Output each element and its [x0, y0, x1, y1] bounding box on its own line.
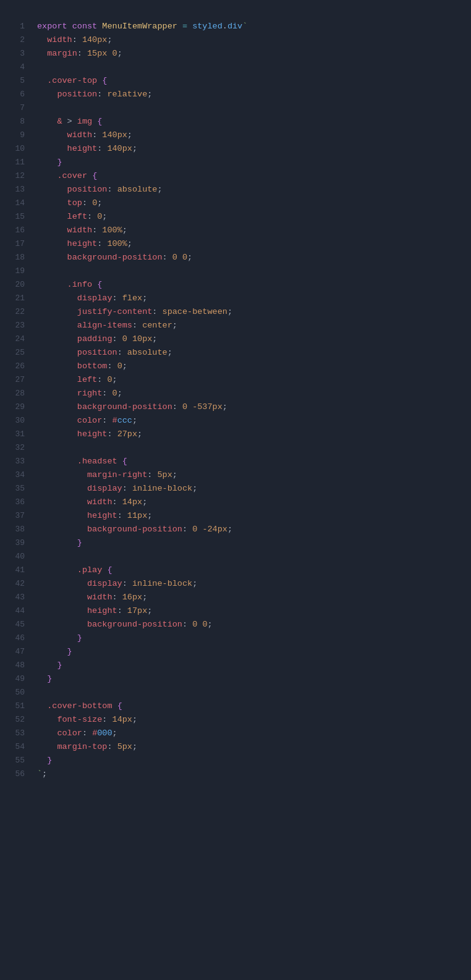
line-content: & > img {: [37, 115, 465, 129]
line-number: 6: [6, 88, 25, 101]
line-content: width: 16px;: [37, 591, 465, 604]
line-number: 39: [6, 536, 25, 550]
code-line: 20 .info {: [0, 278, 471, 292]
line-content: left: 0;: [37, 373, 465, 387]
line-number: 18: [6, 251, 25, 264]
code-line: 21 display: flex;: [0, 292, 471, 305]
line-content: height: 17px;: [37, 604, 465, 618]
code-line: 54 margin-top: 5px;: [0, 740, 471, 754]
line-number: 10: [6, 142, 25, 156]
line-content: [37, 264, 465, 278]
line-content: .play {: [37, 564, 465, 577]
line-number: 2: [6, 33, 25, 47]
line-content: .headset {: [37, 455, 465, 468]
line-content: width: 140px;: [37, 129, 465, 142]
line-content: [37, 550, 465, 564]
code-line: 35 display: inline-block;: [0, 482, 471, 496]
code-line: 12 .cover {: [0, 169, 471, 183]
code-line: 46 }: [0, 632, 471, 645]
line-content: font-size: 14px;: [37, 713, 465, 727]
code-line: 51 .cover-bottom {: [0, 699, 471, 713]
line-number: 37: [6, 509, 25, 523]
line-content: bottom: 0;: [37, 360, 465, 373]
line-content: background-position: 0 -537px;: [37, 400, 465, 414]
line-content: display: inline-block;: [37, 577, 465, 591]
line-number: 25: [6, 346, 25, 360]
line-content: position: absolute;: [37, 346, 465, 360]
line-number: 34: [6, 468, 25, 482]
line-content: .cover-top {: [37, 74, 465, 88]
code-line: 11 }: [0, 156, 471, 169]
code-line: 9 width: 140px;: [0, 129, 471, 142]
line-content: width: 140px;: [37, 33, 465, 47]
code-line: 15 left: 0;: [0, 210, 471, 224]
code-line: 56`;: [0, 767, 471, 781]
line-number: 1: [6, 20, 25, 33]
line-content: }: [37, 672, 465, 686]
line-number: 45: [6, 618, 25, 632]
line-content: .cover {: [37, 169, 465, 183]
code-line: 2 width: 140px;: [0, 33, 471, 47]
line-number: 7: [6, 101, 25, 115]
code-line: 4: [0, 61, 471, 74]
line-content: [37, 101, 465, 115]
line-number: 41: [6, 564, 25, 577]
code-line: 44 height: 17px;: [0, 604, 471, 618]
line-content: top: 0;: [37, 196, 465, 210]
code-line: 19: [0, 264, 471, 278]
code-line: 18 background-position: 0 0;: [0, 251, 471, 264]
code-line: 23 align-items: center;: [0, 319, 471, 332]
code-line: 55 }: [0, 754, 471, 767]
code-line: 52 font-size: 14px;: [0, 713, 471, 727]
line-number: 22: [6, 305, 25, 319]
line-content: }: [37, 536, 465, 550]
line-content: width: 14px;: [37, 496, 465, 509]
code-line: 10 height: 140px;: [0, 142, 471, 156]
line-content: display: inline-block;: [37, 482, 465, 496]
line-content: [37, 686, 465, 699]
line-content: }: [37, 659, 465, 672]
line-number: 52: [6, 713, 25, 727]
line-content: height: 140px;: [37, 142, 465, 156]
line-content: align-items: center;: [37, 319, 465, 332]
line-number: 24: [6, 332, 25, 346]
line-content: width: 100%;: [37, 224, 465, 237]
code-line: 49 }: [0, 672, 471, 686]
line-number: 29: [6, 400, 25, 414]
line-number: 19: [6, 264, 25, 278]
line-number: 51: [6, 699, 25, 713]
line-content: }: [37, 645, 465, 659]
code-line: 32: [0, 441, 471, 455]
code-line: 48 }: [0, 659, 471, 672]
line-number: 46: [6, 632, 25, 645]
line-number: 20: [6, 278, 25, 292]
line-number: 50: [6, 686, 25, 699]
line-content: color: #000;: [37, 727, 465, 740]
code-line: 34 margin-right: 5px;: [0, 468, 471, 482]
line-content: [37, 61, 465, 74]
code-line: 38 background-position: 0 -24px;: [0, 523, 471, 536]
code-line: 53 color: #000;: [0, 727, 471, 740]
line-content: display: flex;: [37, 292, 465, 305]
line-content: export const MenuItemWrapper = styled.di…: [37, 20, 465, 33]
line-content: background-position: 0 0;: [37, 251, 465, 264]
code-line: 8 & > img {: [0, 115, 471, 129]
line-number: 16: [6, 224, 25, 237]
line-number: 54: [6, 740, 25, 754]
code-line: 6 position: relative;: [0, 88, 471, 101]
code-line: 39 }: [0, 536, 471, 550]
line-content: }: [37, 156, 465, 169]
line-content: .info {: [37, 278, 465, 292]
line-number: 5: [6, 74, 25, 88]
line-number: 48: [6, 659, 25, 672]
line-number: 42: [6, 577, 25, 591]
line-number: 33: [6, 455, 25, 468]
line-content: `;: [37, 767, 465, 781]
line-content: margin-top: 5px;: [37, 740, 465, 754]
line-content: height: 11px;: [37, 509, 465, 523]
line-number: 30: [6, 414, 25, 428]
line-number: 23: [6, 319, 25, 332]
line-number: 13: [6, 183, 25, 196]
code-line: 22 justify-content: space-between;: [0, 305, 471, 319]
line-number: 35: [6, 482, 25, 496]
